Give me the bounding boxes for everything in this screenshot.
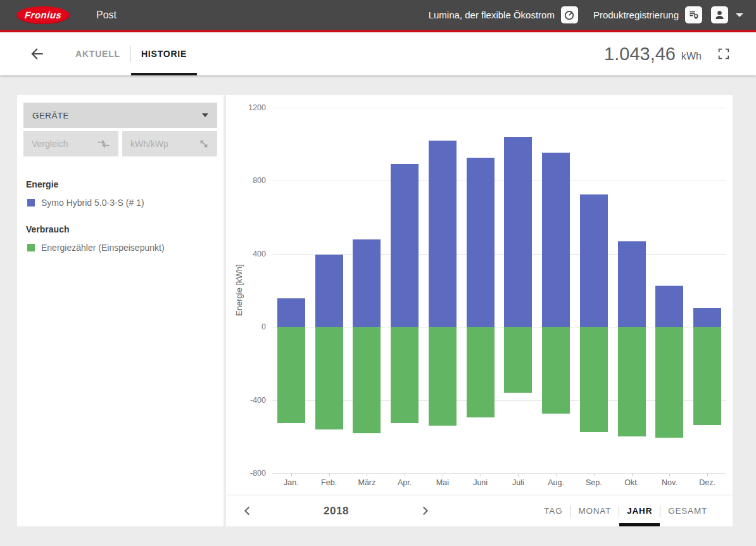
chevron-left-icon[interactable] (237, 505, 257, 517)
bar-verbrauch-März[interactable] (353, 327, 381, 433)
user-icon[interactable] (711, 6, 728, 23)
bar-verbrauch-Okt[interactable] (618, 327, 646, 436)
produktregistrierung-link-label[interactable]: Produktregistrierung (593, 10, 679, 20)
x-tick-label-Nov: Nov. (662, 478, 677, 487)
tab-historie[interactable]: HISTORIE (131, 32, 197, 75)
bar-energie-Feb[interactable] (315, 255, 343, 327)
gridline--800 (272, 473, 726, 474)
unit-toggle-label: kWh/kWp (130, 139, 168, 149)
tab-aktuell[interactable]: AKTUELL (65, 32, 130, 75)
x-axis-labels: Jan.Feb.MärzApr.MaiJuniJuliAug.Sep.Okt.N… (272, 473, 726, 490)
legend-item-energie-label: Symo Hybrid 5.0-3-S (# 1) (41, 198, 144, 208)
period-tab-jahr[interactable]: JAHR (619, 495, 660, 526)
diagonal-arrow-icon (199, 139, 209, 149)
gridline-1200 (272, 108, 726, 108)
y-tick-label-400: 400 (253, 250, 266, 258)
period-tab-gesamt[interactable]: GESAMT (660, 495, 715, 526)
bar-verbrauch-Juli[interactable] (504, 327, 532, 393)
x-tick-label-Jan: Jan. (284, 478, 299, 487)
legend-title-energie: Energie (26, 179, 215, 189)
legend-title-verbrauch: Verbrauch (26, 224, 215, 234)
total-energy-unit: kWh (681, 46, 702, 62)
bar-energie-Dez[interactable] (693, 308, 721, 327)
x-tick-label-Sep: Sep. (586, 478, 602, 487)
bar-verbrauch-Nov[interactable] (655, 327, 683, 438)
bar-verbrauch-Juni[interactable] (467, 327, 495, 417)
compare-button-label: Vergleich (32, 139, 68, 149)
bar-verbrauch-Jan[interactable] (277, 327, 305, 422)
compare-arrows-icon (97, 139, 110, 148)
bar-verbrauch-Dez[interactable] (693, 327, 721, 424)
dropdown-caret-icon (202, 113, 208, 117)
fronius-logo[interactable]: Fronius (16, 6, 70, 24)
x-tick-label-Juni: Juni (473, 478, 488, 487)
back-arrow-icon[interactable] (28, 46, 45, 62)
x-tick-label-Apr: Apr. (398, 478, 412, 487)
x-tick-label-März: März (358, 478, 375, 487)
chart-panel: Energie [kWh] 12008004000-400-800 Jan.Fe… (226, 95, 733, 526)
app-title: Post (96, 10, 117, 21)
compare-button[interactable]: Vergleich (23, 131, 118, 156)
bar-verbrauch-Aug[interactable] (542, 327, 570, 414)
bar-energie-Okt[interactable] (618, 241, 646, 327)
year-label: 2018 (324, 505, 349, 517)
bar-energie-März[interactable] (353, 239, 381, 327)
chevron-right-icon[interactable] (415, 505, 435, 517)
view-toolbar: AKTUELL HISTORIE 1.043,46 kWh (0, 32, 756, 75)
nav-spacer (435, 495, 536, 526)
period-tab-tag[interactable]: TAG (536, 495, 570, 526)
x-tick-label-Dez: Dez. (699, 478, 715, 487)
y-axis-labels: 12008004000-400-800 (226, 108, 266, 473)
period-tab-monat[interactable]: MONAT (570, 495, 619, 526)
x-tick-label-Mai: Mai (436, 478, 449, 487)
legend-item-verbrauch-label: Energiezähler (Einspeisepunkt) (41, 243, 165, 253)
legend-swatch-energie (27, 199, 35, 206)
chart-footer-nav: 2018 TAG MONAT JAHR GESAMT (226, 495, 733, 526)
legend-item-verbrauch[interactable]: Energiezähler (Einspeisepunkt) (27, 243, 215, 253)
bar-verbrauch-Sep[interactable] (580, 327, 608, 432)
main-content: GERÄTE Vergleich kWh/kWp Energi (17, 95, 733, 526)
eco-power-icon[interactable] (561, 6, 578, 23)
x-tick-label-Feb: Feb. (321, 478, 337, 487)
caret-down-icon[interactable] (736, 13, 743, 17)
bar-energie-Apr[interactable] (391, 164, 419, 327)
top-header: Fronius Post Lumina, der flexible Ökostr… (0, 0, 756, 30)
x-tick-label-Aug: Aug. (548, 478, 564, 487)
bar-energie-Mai[interactable] (429, 141, 457, 327)
chart-legend: Energie Symo Hybrid 5.0-3-S (# 1) Verbra… (26, 179, 215, 253)
bar-verbrauch-Mai[interactable] (429, 327, 457, 426)
bar-energie-Nov[interactable] (655, 286, 683, 327)
period-tabs: TAG MONAT JAHR GESAMT (536, 495, 715, 526)
y-tick-label--400: -400 (250, 396, 266, 405)
sidebar-panel: GERÄTE Vergleich kWh/kWp Energi (17, 95, 224, 526)
bar-energie-Aug[interactable] (542, 153, 570, 327)
legend-item-energie[interactable]: Symo Hybrid 5.0-3-S (# 1) (27, 198, 215, 208)
gridline-800 (272, 181, 726, 181)
year-navigation: 2018 (237, 495, 435, 526)
bar-energie-Juli[interactable] (504, 137, 532, 327)
legend-swatch-verbrauch (27, 244, 35, 251)
y-tick-label-800: 800 (253, 176, 266, 185)
total-energy-display: 1.043,46 kWh (604, 44, 731, 65)
devices-dropdown[interactable]: GERÄTE (23, 103, 217, 128)
sidebar-button-row: Vergleich kWh/kWp (23, 131, 217, 156)
bar-energie-Sep[interactable] (580, 194, 608, 327)
y-tick-label-0: 0 (261, 322, 266, 331)
fronius-logo-text: Fronius (24, 10, 62, 20)
y-tick-label-1200: 1200 (248, 103, 266, 112)
toolbar-spacer (197, 32, 604, 75)
bar-energie-Juni[interactable] (467, 158, 495, 327)
fullscreen-icon[interactable] (717, 47, 731, 61)
bar-verbrauch-Feb[interactable] (315, 327, 343, 429)
x-tick-label-Juli: Juli (512, 478, 524, 487)
x-tick-label-Okt: Okt. (624, 478, 639, 487)
y-tick-label--800: -800 (250, 469, 266, 478)
unit-toggle-button[interactable]: kWh/kWp (122, 131, 217, 156)
lumina-link-label[interactable]: Lumina, der flexible Ökostrom (429, 10, 555, 20)
certificate-icon[interactable] (685, 6, 702, 23)
plot-area (272, 108, 726, 473)
devices-dropdown-label: GERÄTE (32, 111, 69, 120)
bar-energie-Jan[interactable] (277, 298, 305, 327)
total-energy-value: 1.043,46 (604, 44, 676, 65)
bar-verbrauch-Apr[interactable] (391, 327, 419, 422)
